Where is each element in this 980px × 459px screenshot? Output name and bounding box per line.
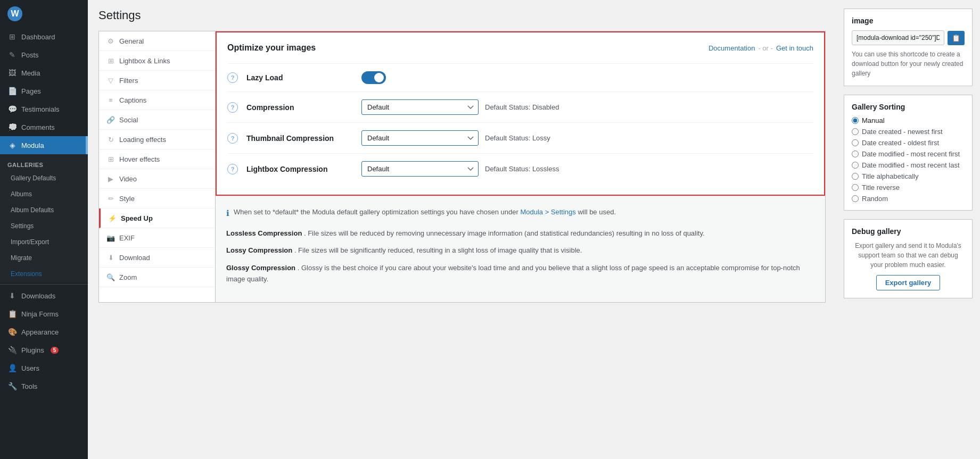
tab-filters[interactable]: ▽ Filters [99, 71, 215, 90]
tab-lightbox-links[interactable]: ⊞ Lightbox & Links [99, 51, 215, 71]
settings-content: Optimize your images Documentation - or … [216, 31, 826, 303]
toggle-slider [361, 71, 386, 84]
sort-manual-radio[interactable] [852, 117, 859, 124]
sort-title-reverse[interactable]: Title reverse [852, 183, 965, 191]
lossless-title: Lossless Compression [226, 229, 302, 237]
sort-date-oldest[interactable]: Date created - oldest first [852, 139, 965, 147]
sort-date-newest-radio[interactable] [852, 128, 859, 135]
sidebar-item-album-defaults[interactable]: Album Defaults [0, 202, 88, 218]
sidebar-item-dashboard[interactable]: ⊞ Dashboard [0, 28, 88, 46]
tab-zoom[interactable]: 🔍 Zoom [99, 268, 215, 287]
sidebar-item-extensions[interactable]: Extensions [0, 266, 88, 282]
tab-video[interactable]: ▶ Video [99, 169, 215, 189]
sort-title-alpha[interactable]: Title alphabetically [852, 172, 965, 180]
download-tab-icon: ⬇ [106, 253, 115, 262]
sidebar-item-testimonials[interactable]: 💬 Testimonials [0, 100, 88, 118]
tab-style[interactable]: ✏ Style [99, 189, 215, 208]
tab-social[interactable]: 🔗 Social [99, 110, 215, 130]
sidebar-item-albums[interactable]: Albums [0, 186, 88, 202]
debug-gallery-title: Debug gallery [852, 227, 965, 236]
tab-download[interactable]: ⬇ Download [99, 248, 215, 268]
lossy-desc: Lossy Compression . File sizes will be s… [226, 245, 814, 256]
captions-tab-icon: ≡ [106, 96, 115, 104]
lightbox-compression-help-icon[interactable]: ? [227, 164, 238, 174]
sidebar-item-posts[interactable]: ✎ Posts [0, 46, 88, 64]
lightbox-compression-row: ? Lightbox Compression Default Lossless … [227, 153, 813, 184]
sort-date-newest-label: Date created - newest first [862, 128, 943, 136]
shortcode-input[interactable] [852, 30, 944, 45]
sort-modified-recent-first[interactable]: Date modified - most recent first [852, 150, 965, 158]
shortcode-widget: image 📋 You can use this shortcode to cr… [844, 9, 973, 86]
testimonials-icon: 💬 [7, 104, 17, 114]
tab-exif[interactable]: 📷 EXIF [99, 228, 215, 248]
hover-effects-tab-icon: ⊞ [106, 155, 115, 163]
zoom-tab-icon: 🔍 [106, 273, 115, 281]
sidebar-item-plugins[interactable]: 🔌 Plugins 5 [0, 341, 88, 359]
tab-label: Video [119, 175, 137, 183]
tab-captions[interactable]: ≡ Captions [99, 90, 215, 110]
debug-section: Export gallery and send it to Modula's s… [852, 241, 965, 290]
info-section: ℹ When set to *default* the Modula defau… [216, 196, 825, 302]
compression-help-icon[interactable]: ? [227, 102, 238, 113]
copy-button[interactable]: 📋 [948, 31, 965, 45]
comments-icon: 💭 [7, 122, 17, 132]
sidebar-item-settings[interactable]: Settings [0, 218, 88, 234]
thumbnail-compression-select[interactable]: Default Lossless Lossy Glossy [361, 130, 479, 146]
settings-tabs: ⚙ General ⊞ Lightbox & Links ▽ Filters ≡… [98, 31, 216, 303]
tab-speed-up[interactable]: ⚡ Speed Up [99, 208, 215, 228]
export-gallery-button[interactable]: Export gallery [876, 275, 941, 290]
sidebar-item-downloads[interactable]: ⬇ Downloads [0, 287, 88, 305]
get-in-touch-link[interactable]: Get in touch [776, 44, 813, 52]
posts-icon: ✎ [7, 50, 17, 60]
gallery-sorting-widget: Gallery Sorting Manual Date created - ne… [844, 95, 973, 211]
sidebar-item-import-export[interactable]: Import/Export [0, 234, 88, 250]
modula-settings-link[interactable]: Modula > Settings [520, 208, 575, 216]
tab-hover-effects[interactable]: ⊞ Hover effects [99, 149, 215, 169]
sort-modified-recent-last-radio[interactable] [852, 162, 859, 169]
lazy-load-help-icon[interactable]: ? [227, 72, 238, 83]
sidebar-item-ninja-forms[interactable]: 📋 Ninja Forms [0, 305, 88, 323]
lightbox-compression-select[interactable]: Default Lossless Lossy Glossy [361, 161, 479, 177]
sort-title-alpha-radio[interactable] [852, 173, 859, 180]
sort-manual[interactable]: Manual [852, 116, 965, 124]
settings-layout: ⚙ General ⊞ Lightbox & Links ▽ Filters ≡… [98, 31, 826, 303]
sort-modified-recent-first-radio[interactable] [852, 151, 859, 157]
sort-random[interactable]: Random [852, 195, 965, 203]
lazy-load-toggle[interactable] [361, 71, 386, 84]
settings-label: Settings [11, 222, 34, 230]
sidebar-item-modula[interactable]: ◈ Modula [0, 136, 88, 154]
sidebar-item-appearance[interactable]: 🎨 Appearance [0, 323, 88, 341]
ninja-forms-label: Ninja Forms [21, 310, 59, 318]
right-sidebar: image 📋 You can use this shortcode to cr… [836, 0, 980, 459]
sidebar-item-label: Testimonials [21, 105, 60, 113]
sort-date-newest[interactable]: Date created - newest first [852, 128, 965, 136]
plugins-label: Plugins [21, 346, 44, 354]
sidebar-item-comments[interactable]: 💭 Comments [0, 118, 88, 136]
sidebar-item-media[interactable]: 🖼 Media [0, 64, 88, 82]
sidebar-item-tools[interactable]: 🔧 Tools [0, 377, 88, 395]
general-tab-icon: ⚙ [106, 37, 115, 45]
modula-icon: ◈ [7, 140, 17, 150]
sidebar-item-migrate[interactable]: Migrate [0, 250, 88, 266]
compression-select[interactable]: Default Lossless Lossy Glossy [361, 99, 479, 115]
sidebar-item-pages[interactable]: 📄 Pages [0, 82, 88, 100]
info-icon: ℹ [226, 207, 229, 220]
info-note-text: When set to *default* the Modula default… [234, 208, 518, 216]
sidebar-item-users[interactable]: 👤 Users [0, 359, 88, 377]
tab-general[interactable]: ⚙ General [99, 31, 215, 51]
sidebar-item-gallery-defaults[interactable]: Gallery Defaults [0, 170, 88, 186]
debug-description: Export gallery and send it to Modula's s… [852, 241, 965, 270]
migrate-label: Migrate [11, 254, 32, 262]
sort-modified-recent-last[interactable]: Date modified - most recent last [852, 161, 965, 169]
compression-row: ? Compression Default Lossless Lossy Glo… [227, 91, 813, 122]
sort-date-oldest-radio[interactable] [852, 139, 859, 146]
tab-label: Speed Up [121, 214, 153, 222]
gallery-sorting-radio-group: Manual Date created - newest first Date … [852, 116, 965, 203]
sort-title-reverse-radio[interactable] [852, 184, 859, 191]
lazy-load-row: ? Lazy Load [227, 63, 813, 91]
thumbnail-compression-help-icon[interactable]: ? [227, 133, 238, 144]
tab-loading-effects[interactable]: ↻ Loading effects [99, 130, 215, 149]
page-title: Settings [98, 9, 826, 22]
sort-random-radio[interactable] [852, 195, 859, 202]
documentation-link[interactable]: Documentation [709, 44, 755, 52]
